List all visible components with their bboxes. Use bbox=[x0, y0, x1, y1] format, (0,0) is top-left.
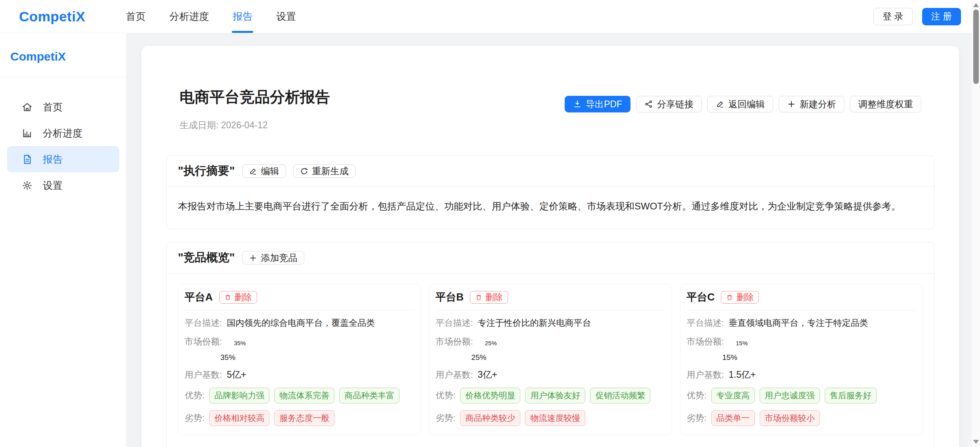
pro-tag: 价格优势明显 bbox=[460, 388, 520, 403]
gear-icon bbox=[22, 180, 32, 191]
sidebar-item-home[interactable]: 首页 bbox=[0, 94, 126, 120]
exec-summary-header: "执行摘要" 编辑 重新生成 bbox=[167, 156, 934, 187]
nav-item-report[interactable]: 报告 bbox=[221, 0, 264, 33]
nav-item-settings[interactable]: 设置 bbox=[264, 0, 308, 33]
sidebar-item-label: 设置 bbox=[43, 179, 63, 192]
report-title-block: 电商平台竞品分析报告 生成日期: 2026-04-12 bbox=[180, 87, 330, 131]
top-navbar: CompetiX 首页 分析进度 报告 设置 登 录 注 册 bbox=[0, 0, 980, 33]
platform-description-row: 平台描述: 垂直领域电商平台，专注于特定品类 bbox=[687, 317, 916, 329]
platform-description: 国内领先的综合电商平台，覆盖全品类 bbox=[227, 317, 375, 329]
edit-summary-button[interactable]: 编辑 bbox=[242, 164, 286, 178]
con-tag: 物流速度较慢 bbox=[525, 410, 585, 426]
exec-summary-heading: "执行摘要" bbox=[178, 163, 235, 179]
sidebar-item-progress[interactable]: 分析进度 bbox=[0, 120, 126, 146]
report-card: 电商平台竞品分析报告 生成日期: 2026-04-12 导出PDF bbox=[141, 46, 959, 447]
top-nav: 首页 分析进度 报告 设置 bbox=[114, 0, 308, 33]
sidebar-menu: 首页 分析进度 报告 设置 bbox=[0, 77, 126, 198]
platform-card-header: 平台A 删除 bbox=[185, 284, 414, 310]
competitor-overview-section: "竞品概览" 添加竞品 平台A bbox=[166, 242, 934, 447]
platform-description: 垂直领域电商平台，专注于特定品类 bbox=[729, 317, 868, 329]
platform-name: 平台C bbox=[687, 290, 715, 304]
document-icon bbox=[22, 154, 32, 165]
delete-platform-button[interactable]: 删除 bbox=[470, 291, 508, 304]
pros-row: 优势: 专业度高 用户忠诚度强 售后服务好 bbox=[687, 388, 916, 403]
pros-row: 优势: 价格优势明显 用户体验友好 促销活动频繁 bbox=[436, 388, 665, 403]
scrollbar-up-arrow[interactable] bbox=[973, 3, 979, 7]
con-tag: 服务态度一般 bbox=[274, 410, 334, 426]
regenerate-summary-button[interactable]: 重新生成 bbox=[293, 164, 355, 178]
con-tag: 商品种类较少 bbox=[460, 410, 520, 426]
delete-platform-button[interactable]: 删除 bbox=[219, 291, 257, 304]
platform-description: 专注于性价比的新兴电商平台 bbox=[478, 317, 591, 329]
con-tag: 价格相对较高 bbox=[209, 410, 269, 426]
share-icon bbox=[644, 100, 653, 108]
competitor-overview-heading: "竞品概览" bbox=[178, 250, 235, 266]
user-base-row: 用户基数: 3亿+ bbox=[436, 369, 665, 381]
login-button[interactable]: 登 录 bbox=[873, 8, 912, 25]
market-share-percent: 25% bbox=[485, 340, 497, 346]
trash-icon bbox=[224, 294, 231, 301]
share-link-button[interactable]: 分享链接 bbox=[636, 96, 702, 112]
cons-row: 劣势: 品类单一 市场份额较小 bbox=[687, 410, 916, 426]
user-base-row: 用户基数: 5亿+ bbox=[185, 369, 414, 381]
pro-tag: 商品种类丰富 bbox=[339, 388, 399, 403]
home-icon bbox=[22, 102, 32, 112]
add-competitor-button[interactable]: 添加竞品 bbox=[242, 251, 304, 264]
window-scrollbar[interactable] bbox=[972, 0, 980, 447]
con-tag: 市场份额较小 bbox=[760, 410, 820, 426]
user-base: 1.5亿+ bbox=[729, 369, 756, 381]
exec-summary-body: 本报告对市场上主要电商平台进行了全面分析，包括产品定位、功能对比、用户体验、定价… bbox=[167, 187, 934, 229]
refresh-icon bbox=[300, 167, 308, 175]
sidebar-item-label: 首页 bbox=[43, 101, 63, 114]
export-pdf-button[interactable]: 导出PDF bbox=[565, 96, 630, 112]
pro-tag: 售后服务好 bbox=[825, 388, 877, 403]
platform-card-header: 平台B 删除 bbox=[436, 284, 665, 310]
nav-item-progress[interactable]: 分析进度 bbox=[157, 0, 221, 33]
report-header: 电商平台竞品分析报告 生成日期: 2026-04-12 导出PDF bbox=[180, 87, 921, 131]
page-title: 电商平台竞品分析报告 bbox=[180, 87, 330, 107]
pro-tag: 品牌影响力强 bbox=[209, 388, 269, 403]
sidebar-item-settings[interactable]: 设置 bbox=[0, 172, 126, 198]
user-base-row: 用户基数: 1.5亿+ bbox=[687, 369, 916, 381]
platform-card-a: 平台A 删除 平台描述: 国内领先的综合电商平台，覆盖全品类 bbox=[178, 284, 421, 435]
sidebar-item-label: 报告 bbox=[43, 153, 63, 166]
user-base: 3亿+ bbox=[478, 369, 497, 381]
platform-card-b: 平台B 删除 平台描述: 专注于性价比的新兴电商平台 bbox=[429, 284, 672, 435]
market-share-value: 25% bbox=[471, 353, 665, 362]
sidebar: CompetiX 首页 分析进度 报告 bbox=[0, 33, 127, 447]
edit-icon bbox=[716, 100, 724, 108]
pro-tag: 促销活动频繁 bbox=[590, 388, 650, 403]
scrollbar-down-arrow[interactable] bbox=[973, 440, 979, 444]
platform-cards-row: 平台A 删除 平台描述: 国内领先的综合电商平台，覆盖全品类 bbox=[167, 274, 934, 447]
plus-icon bbox=[787, 100, 796, 108]
register-button[interactable]: 注 册 bbox=[922, 8, 961, 25]
platform-card-header: 平台C 删除 bbox=[687, 284, 916, 310]
download-icon bbox=[573, 100, 582, 108]
brand-logo[interactable]: CompetiX bbox=[19, 9, 85, 25]
pro-tag: 用户体验友好 bbox=[525, 388, 585, 403]
con-tag: 品类单一 bbox=[711, 410, 755, 426]
adjust-weights-button[interactable]: 调整维度权重 bbox=[850, 96, 921, 112]
user-base: 5亿+ bbox=[227, 369, 246, 381]
pro-tag: 用户忠诚度强 bbox=[760, 388, 820, 403]
sidebar-item-report[interactable]: 报告 bbox=[7, 146, 119, 172]
page-layout: CompetiX 首页 分析进度 报告 bbox=[0, 33, 980, 447]
market-share-value: 15% bbox=[722, 353, 916, 362]
report-actions: 导出PDF 分享链接 返回编辑 bbox=[565, 96, 921, 112]
new-analysis-button[interactable]: 新建分析 bbox=[779, 96, 844, 112]
nav-item-home[interactable]: 首页 bbox=[114, 0, 157, 33]
platform-name: 平台B bbox=[436, 290, 464, 304]
market-share-percent: 35% bbox=[234, 340, 246, 346]
market-share-value: 35% bbox=[220, 353, 414, 362]
back-to-edit-button[interactable]: 返回编辑 bbox=[707, 96, 773, 112]
exec-summary-section: "执行摘要" 编辑 重新生成 本报告对市场上主要电商平台进行了全面 bbox=[166, 155, 934, 229]
delete-platform-button[interactable]: 删除 bbox=[721, 291, 759, 304]
report-generated-date: 生成日期: 2026-04-12 bbox=[180, 119, 330, 131]
sidebar-item-label: 分析进度 bbox=[43, 127, 82, 140]
scrollbar-thumb[interactable] bbox=[973, 10, 979, 84]
market-share-row: 市场份额: 15% bbox=[687, 336, 916, 348]
cons-row: 劣势: 价格相对较高 服务态度一般 bbox=[185, 410, 414, 426]
trash-icon bbox=[726, 294, 733, 301]
pros-row: 优势: 品牌影响力强 物流体系完善 商品种类丰富 bbox=[185, 388, 414, 403]
pencil-icon bbox=[249, 167, 257, 175]
